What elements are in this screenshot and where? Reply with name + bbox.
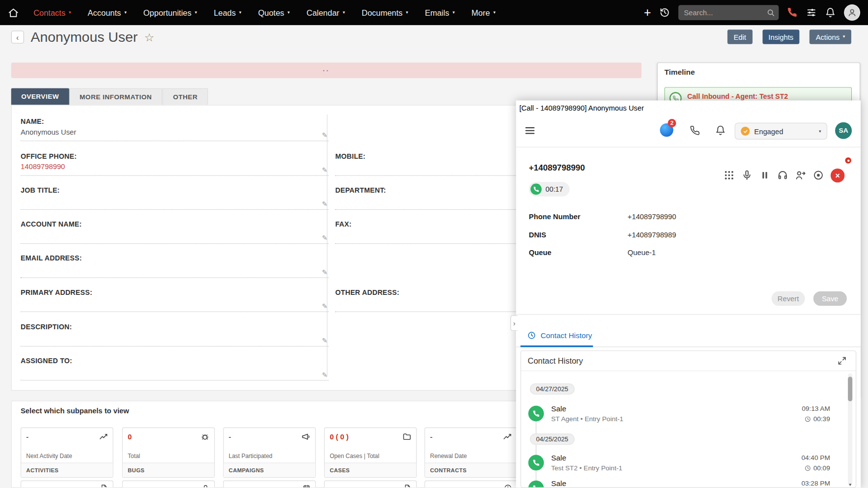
nav-item-accounts[interactable]: Accounts▾ — [88, 8, 127, 17]
field-value[interactable] — [21, 230, 329, 240]
edit-pencil-icon[interactable]: ✎ — [322, 234, 327, 242]
subpanel-card-cases[interactable]: 0 ( 0 ) Open Cases | Total CASES — [324, 428, 417, 478]
field-label: OFFICE PHONE: — [21, 152, 329, 160]
quick-create-icon[interactable]: + — [644, 6, 651, 19]
nav-item-documents[interactable]: Documents▾ — [362, 8, 408, 17]
home-icon[interactable] — [8, 7, 19, 18]
subpanel-card-partial[interactable] — [324, 481, 417, 488]
subpanel-card-partial[interactable] — [424, 481, 517, 488]
keypad-icon[interactable] — [724, 170, 735, 181]
field-label: EMAIL ADDRESS: — [21, 255, 329, 262]
subpanel-card-activities[interactable]: - Next Activity Date ACTIVITIES — [21, 428, 113, 478]
transfer-icon[interactable] — [795, 170, 806, 181]
contact-history-list: 04/27/2025 Sale ST Agent • Entry Point-1… — [521, 371, 856, 487]
collapse-dots-icon: ·· — [323, 67, 330, 74]
megaphone-icon — [301, 432, 310, 441]
history-entry[interactable]: Sale ST Agent • Entry Point-1 09:13 AM 0… — [521, 406, 856, 428]
tab-more-information[interactable]: MORE INFORMATION — [69, 88, 162, 105]
edit-pencil-icon[interactable]: ✎ — [322, 201, 327, 208]
favorite-star-icon[interactable]: ☆ — [144, 30, 154, 44]
alert-bar[interactable]: ·· — [11, 62, 642, 78]
search-input[interactable] — [678, 5, 779, 20]
notifications-bell-icon[interactable] — [825, 7, 836, 18]
tab-other[interactable]: OTHER — [163, 88, 208, 105]
history-entry[interactable]: Sale Test ST2 • Entry Point-1 04:40 PM 0… — [521, 455, 856, 477]
actions-button[interactable]: Actions▾ — [810, 29, 851, 44]
chevron-down-icon: ▾ — [195, 10, 197, 15]
edit-pencil-icon[interactable]: ✎ — [322, 302, 327, 310]
subpanel-card-partial[interactable] — [21, 481, 113, 488]
consult-icon[interactable] — [777, 170, 788, 181]
phone-icon[interactable] — [787, 7, 798, 18]
call-field-row: Phone Number+14089798990 — [529, 211, 676, 221]
edit-pencil-icon[interactable]: ✎ — [322, 132, 327, 140]
field-value[interactable] — [21, 264, 329, 274]
edit-pencil-icon[interactable]: ✎ — [322, 337, 327, 345]
save-button[interactable]: Save — [813, 291, 847, 306]
field-value[interactable]: Anonymous User — [21, 128, 329, 137]
field-assigned-to: ASSIGNED TO: ✎ — [21, 357, 329, 381]
nav-item-emails[interactable]: Emails▾ — [425, 8, 455, 17]
edit-pencil-icon[interactable]: ✎ — [322, 166, 327, 174]
edit-pencil-icon[interactable]: ✎ — [322, 268, 327, 276]
nav-item-calendar[interactable]: Calendar▾ — [307, 8, 345, 17]
chevron-down-icon: ▾ — [343, 10, 345, 15]
phone-icon — [531, 184, 542, 195]
card-value: - — [229, 432, 231, 441]
hamburger-menu-icon[interactable] — [524, 124, 536, 137]
nav-item-opportunities[interactable]: Opportunities▾ — [143, 8, 197, 17]
active-tab-underline — [521, 345, 593, 347]
edit-button[interactable]: Edit — [728, 29, 752, 44]
history-icon[interactable] — [659, 7, 670, 18]
nav-item-more[interactable]: More▾ — [472, 8, 496, 17]
nav-item-contacts[interactable]: Contacts▾ — [33, 8, 71, 17]
status-check-icon — [741, 127, 750, 136]
panel-collapse-handle[interactable]: › — [510, 316, 518, 331]
field-value[interactable] — [21, 299, 329, 308]
expand-icon[interactable] — [838, 356, 847, 366]
revert-button[interactable]: Revert — [772, 291, 805, 306]
user-avatar[interactable] — [844, 4, 860, 21]
nav-item-leads[interactable]: Leads▾ — [214, 8, 241, 17]
subpanel-card-bugs[interactable]: 0 Total BUGS — [122, 428, 215, 478]
call-widget-header: 2 Engaged ▾ SA — [516, 115, 861, 147]
scroll-down-icon[interactable]: ▼ — [848, 483, 852, 487]
field-label: ASSIGNED TO: — [21, 357, 329, 365]
field-value[interactable] — [21, 367, 329, 376]
tab-contact-history[interactable]: Contact History — [521, 324, 593, 346]
agent-avatar[interactable]: SA — [835, 122, 852, 139]
document-icon — [100, 484, 108, 488]
edit-pencil-icon[interactable]: ✎ — [322, 371, 327, 379]
field-value-phone-link[interactable]: 14089798990 — [21, 162, 329, 172]
end-call-button[interactable]: × — [831, 169, 844, 182]
scrollbar[interactable]: ▼ — [848, 373, 852, 486]
subpanel-card-partial[interactable] — [122, 481, 215, 488]
phone-icon[interactable] — [690, 126, 700, 136]
insights-button[interactable]: Insights — [762, 29, 800, 44]
back-button[interactable]: ‹ — [11, 30, 24, 43]
tab-overview[interactable]: OVERVIEW — [11, 88, 69, 105]
person-icon — [201, 484, 210, 488]
nav-item-quotes[interactable]: Quotes▾ — [258, 8, 289, 17]
subpanel-card-partial[interactable] — [223, 481, 316, 488]
agent-status-dropdown[interactable]: Engaged ▾ — [735, 123, 828, 140]
bug-icon — [200, 432, 210, 441]
field-value[interactable] — [21, 197, 329, 206]
settings-sliders-icon[interactable] — [806, 7, 817, 18]
subpanel-card-campaigns[interactable]: - Last Participated CAMPAIGNS — [223, 428, 316, 478]
hold-icon[interactable] — [759, 170, 771, 181]
field-value[interactable] — [21, 333, 329, 343]
history-entry[interactable]: Sale 03:28 PM — [521, 481, 856, 488]
search-icon[interactable] — [766, 8, 775, 17]
chevron-down-icon: ▾ — [406, 10, 408, 15]
bell-icon[interactable] — [715, 125, 726, 136]
call-field-label: Phone Number — [529, 213, 628, 221]
nav-label: More — [472, 8, 490, 17]
scrollbar-thumb[interactable] — [848, 377, 852, 402]
subpanel-card-contracts[interactable]: - Renewal Date CONTRACTS — [424, 428, 517, 478]
field-job-title: JOB TITLE: ✎ — [21, 186, 329, 210]
field-name: NAME: Anonymous User ✎ — [21, 118, 329, 142]
field-label: DESCRIPTION: — [21, 323, 329, 331]
mute-icon[interactable] — [741, 170, 753, 181]
record-icon[interactable] — [813, 170, 824, 181]
